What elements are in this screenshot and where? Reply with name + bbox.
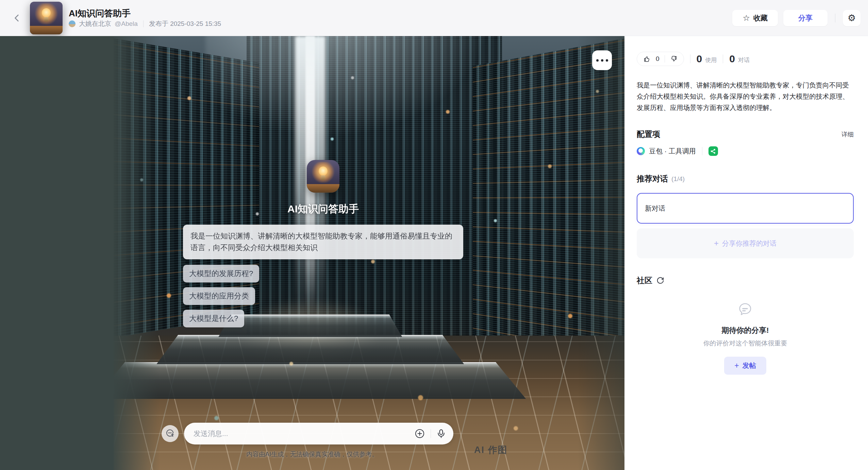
settings-button[interactable]: ⚙ — [843, 10, 861, 26]
recommended-dialog-title: 新对话 — [645, 204, 665, 213]
title-block: AI知识问答助手 大姚在北京 @Abela 发布于 2025-03-25 15:… — [69, 9, 221, 27]
thumbs-down-icon[interactable] — [670, 55, 678, 63]
microphone-icon[interactable] — [436, 429, 446, 438]
ai-disclaimer: 内容由AI生成，无法确保真实准确，仅供参考。 — [0, 450, 624, 458]
chat-value: 0 — [729, 53, 735, 65]
chat-label: 对话 — [738, 54, 750, 64]
bot-app-icon — [30, 2, 63, 34]
bulb-icon — [42, 8, 51, 17]
author-avatar[interactable] — [69, 20, 76, 27]
config-section-header: 配置项 详细 — [637, 129, 854, 140]
main-area: AI知识问答助手 我是一位知识渊博、讲解清晰的大模型智能助教专家，能够用通俗易懂… — [0, 36, 868, 470]
doubao-logo-icon — [637, 147, 645, 155]
suggested-questions: 大模型的发展历程? 大模型的应用分类 大模型是什么? — [183, 265, 463, 327]
usage-stat: 0 使用 — [697, 53, 717, 65]
share-dialog-button[interactable]: + 分享你推荐的对话 — [637, 228, 854, 258]
favorite-label: 收藏 — [753, 13, 768, 23]
new-chat-button[interactable] — [162, 425, 179, 442]
chat-welcome-column: AI知识问答助手 我是一位知识渊博、讲解清晰的大模型智能助教专家，能够用通俗易懂… — [183, 160, 463, 327]
star-icon: ☆ — [742, 14, 750, 22]
more-options-button[interactable] — [592, 50, 612, 70]
chat-bubble-icon — [735, 300, 755, 320]
ai-image-watermark: AI 作图 — [474, 444, 508, 456]
ellipsis-icon — [596, 59, 599, 62]
divider — [702, 147, 702, 155]
header-left: AI知识问答助手 大姚在北京 @Abela 发布于 2025-03-25 15:… — [10, 2, 221, 34]
config-detail-link[interactable]: 详细 — [841, 130, 854, 139]
info-sidebar: 0 0 使用 0 对话 我是一位知识渊博、讲解清晰的大模型智能助教专家，专门负责… — [624, 36, 868, 470]
stats-row: 0 0 使用 0 对话 — [637, 52, 854, 66]
like-count: 0 — [656, 55, 660, 63]
community-empty-state: 期待你的分享! 你的评价对这个智能体很重要 + 发帖 — [637, 300, 854, 375]
plus-icon: + — [734, 362, 739, 370]
refresh-icon[interactable] — [656, 277, 664, 285]
author-row: 大姚在北京 @Abela 发布于 2025-03-25 15:35 — [69, 20, 221, 27]
recommended-count: (1/4) — [671, 175, 685, 183]
thumbs-up-icon[interactable] — [643, 55, 651, 63]
bot-preview-area: AI知识问答助手 我是一位知识渊博、讲解清晰的大模型智能助教专家，能够用通俗易懂… — [0, 36, 624, 470]
chat-stat: 0 对话 — [729, 53, 750, 65]
compose-bar: 发送消息... — [162, 423, 453, 444]
recommended-dialog-card[interactable]: 新对话 — [637, 193, 854, 224]
community-empty-title: 期待你的分享! — [637, 325, 854, 336]
page-title: AI知识问答助手 — [69, 9, 221, 18]
recommended-section-header: 推荐对话 (1/4) — [637, 174, 854, 184]
plugin-tool-icon[interactable] — [708, 146, 718, 156]
header-right: ☆ 收藏 分享 ⚙ — [732, 10, 861, 26]
divider — [431, 429, 431, 438]
message-input[interactable]: 发送消息... — [184, 423, 453, 444]
chevron-left-icon — [13, 14, 21, 22]
input-placeholder: 发送消息... — [194, 429, 414, 438]
suggested-question-chip[interactable]: 大模型的发展历程? — [183, 265, 259, 282]
new-chat-icon — [165, 429, 175, 438]
plus-icon: + — [714, 239, 719, 247]
divider — [665, 55, 665, 63]
suggested-question-chip[interactable]: 大模型是什么? — [183, 310, 244, 327]
author-name[interactable]: 大姚在北京 — [79, 20, 111, 27]
community-section-header: 社区 — [637, 275, 854, 286]
divider — [723, 54, 723, 63]
model-label: 豆包 · 工具调用 — [649, 147, 696, 156]
community-empty-subtitle: 你的评价对这个智能体很重要 — [637, 339, 854, 348]
intro-message-bubble: 我是一位知识渊博、讲解清晰的大模型智能助教专家，能够用通俗易懂且专业的语言，向不… — [183, 225, 463, 259]
bot-avatar-large — [307, 160, 339, 193]
back-button[interactable] — [10, 11, 24, 25]
bot-description: 我是一位知识渊博、讲解清晰的大模型智能助教专家，专门负责向不同受众介绍大模型相关… — [637, 80, 854, 113]
post-label: 发帖 — [742, 361, 756, 370]
model-row: 豆包 · 工具调用 — [637, 146, 854, 156]
share-button[interactable]: 分享 — [783, 10, 828, 26]
usage-value: 0 — [697, 53, 702, 65]
recommended-heading: 推荐对话 — [637, 174, 668, 184]
share-dialog-label: 分享你推荐的对话 — [722, 239, 777, 248]
author-handle[interactable]: @Abela — [115, 20, 138, 27]
divider — [690, 54, 690, 63]
bulb-base — [44, 17, 48, 21]
suggested-question-chip[interactable]: 大模型的应用分类 — [183, 287, 255, 305]
share-nodes-icon — [710, 148, 716, 154]
community-heading: 社区 — [637, 275, 652, 286]
vote-pill: 0 — [637, 52, 684, 66]
config-heading: 配置项 — [637, 129, 660, 140]
desk-shape — [30, 26, 63, 34]
divider — [835, 14, 835, 22]
favorite-button[interactable]: ☆ 收藏 — [732, 10, 778, 26]
published-timestamp: 发布于 2025-03-25 15:35 — [149, 20, 221, 27]
gear-icon: ⚙ — [848, 13, 856, 23]
attach-plus-icon[interactable] — [414, 428, 425, 439]
usage-label: 使用 — [705, 54, 717, 64]
bot-name: AI知识问答助手 — [287, 202, 359, 216]
divider — [143, 20, 144, 27]
post-button[interactable]: + 发帖 — [724, 357, 766, 375]
top-header: AI知识问答助手 大姚在北京 @Abela 发布于 2025-03-25 15:… — [0, 0, 868, 36]
share-label: 分享 — [798, 13, 813, 23]
